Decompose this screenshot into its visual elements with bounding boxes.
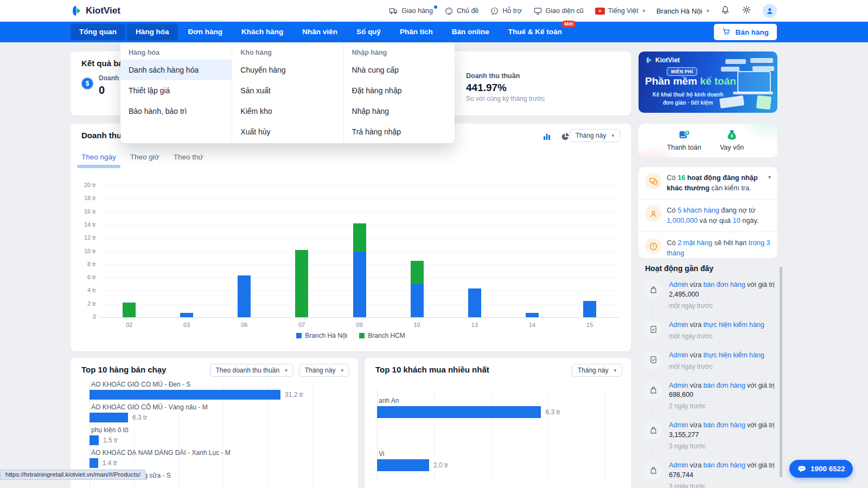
banner-brand: KiotViet	[645, 56, 680, 64]
legend-label: Branch Hà Nội	[305, 332, 347, 339]
quick-link-vay-von[interactable]: $ Vay vốn	[699, 129, 764, 151]
activity-body: Admin vừa thực hiện kiểm hàngmột ngày tr…	[669, 351, 775, 371]
promo-banner[interactable]: KiotViet MIỄN PHÍ Phần mềm kế toán Kê kh…	[639, 52, 777, 113]
activity-item-1[interactable]: Admin vừa thực hiện kiểm hàngmột ngày tr…	[639, 316, 777, 346]
header-link-giao-hang[interactable]: Giao hàng	[389, 7, 433, 16]
bar-segment	[526, 313, 539, 318]
top-customers-title: Top 10 khách mua nhiều nhất	[375, 365, 489, 374]
nav-item-tong-quan[interactable]: Tổng quan	[71, 24, 125, 40]
bar-segment	[411, 284, 424, 317]
menu-item[interactable]: Sản xuất	[232, 80, 343, 101]
devices-icon	[645, 173, 661, 189]
product-label: AO KHOÁC GIÓ CÓ MŨ - Đen - S	[91, 381, 352, 388]
dollar-coin-icon: $	[81, 78, 93, 89]
top-products-select-1[interactable]: Tháng này▾	[299, 364, 349, 377]
user-avatar[interactable]	[763, 4, 777, 18]
top-customers-select-0[interactable]: Tháng này▾	[572, 364, 622, 377]
bar-chart-toggle-icon[interactable]	[542, 132, 552, 142]
recent-activity-title: Hoạt động gần đây	[645, 264, 713, 273]
svg-text:$: $	[686, 131, 688, 135]
nav-item-label: Bán online	[452, 28, 489, 36]
sidebar-scrollbar[interactable]	[780, 267, 782, 477]
language-selector[interactable]: ★ Tiếng Việt ▾	[595, 7, 645, 15]
revenue-period-select[interactable]: Tháng này ▾	[570, 129, 620, 142]
loan-icon: $	[725, 129, 738, 142]
sell-button[interactable]: Bán hàng	[714, 24, 777, 40]
nav-item-hang-hoa[interactable]: Hàng hóa	[127, 24, 178, 40]
brand-logo[interactable]: KiotViet	[71, 5, 120, 17]
y-axis-tick: 6 tr	[71, 274, 96, 280]
warning-icon	[645, 238, 661, 254]
revenue-chart-tabs: Theo ngàyTheo giờTheo thứ	[81, 153, 203, 164]
activity-item-2[interactable]: Admin vừa thực hiện kiểm hàngmột ngày tr…	[639, 346, 777, 376]
nav-item-phan-tich[interactable]: Phân tích	[391, 24, 442, 40]
menu-item[interactable]: Bảo hành, bảo trì	[120, 101, 232, 121]
menu-item[interactable]: Chuyển hàng	[232, 60, 343, 80]
nav-item-thue-ke-toan[interactable]: Thuế & Kế toánMới	[500, 24, 571, 40]
nav-item-label: Nhân viên	[302, 28, 337, 36]
quick-link-label: Thanh toán	[667, 144, 701, 151]
activity-time: một ngày trước	[669, 332, 775, 341]
nav-item-don-hang[interactable]: Đơn hàng	[180, 24, 232, 40]
banner-brand-name: KiotViet	[655, 56, 680, 64]
support-icon	[490, 7, 499, 16]
bar-segment	[238, 275, 251, 317]
product-row: AO KHOÁC GIÓ CÓ MŨ - Đen - S31.2 tr	[90, 381, 352, 400]
bar-segment	[180, 313, 193, 317]
nav-item-so-quy[interactable]: Sổ quỹ	[348, 24, 390, 40]
tab-theo-thứ[interactable]: Theo thứ	[174, 153, 203, 164]
menu-item[interactable]: Nhà cung cấp	[344, 60, 455, 80]
banner-laptop-illustration	[737, 71, 771, 93]
menu-item[interactable]: Xuất hủy	[232, 121, 343, 142]
activity-item-4[interactable]: Admin vừa bán đơn hàng với giá trị3,155,…	[639, 416, 777, 456]
menu-item[interactable]: Thiết lập giá	[120, 80, 232, 101]
menu-item[interactable]: Danh sách hàng hóa	[120, 60, 232, 80]
kiotviet-dashboard: KiotViet Giao hàngChủ đềHỗ trợGiao diện …	[0, 0, 868, 488]
x-axis-tick: 13	[446, 322, 503, 328]
tab-theo-ngày[interactable]: Theo ngày	[81, 153, 116, 164]
menu-column-2: Nhập hàngNhà cung cấpĐặt hàng nhậpNhập h…	[343, 42, 455, 143]
product-label: ÁO KHOÁC DẠ NAM DÁNG DÀI - Xanh Lục - M	[91, 449, 352, 457]
top-products-card: Top 10 hàng bán chạy Theo doanh thu thuầ…	[71, 358, 358, 488]
x-axis-tick: 09	[330, 322, 388, 328]
x-axis-tick: 10	[388, 322, 446, 328]
top-products-select-0[interactable]: Theo doanh thu thuần▾	[210, 364, 293, 377]
status-bar-url: https://hrtrainingretail.kiotviet.vn/man…	[0, 470, 146, 480]
activity-body: Admin vừa thực hiện kiểm hàngmột ngày tr…	[669, 320, 775, 341]
activity-item-5[interactable]: Admin vừa bán đơn hàng với giá trị676,74…	[639, 456, 777, 488]
legend-item: Branch Hà Nội	[296, 332, 347, 339]
support-hotline-button[interactable]: 1900 6522	[789, 460, 853, 478]
bag-icon	[644, 421, 662, 439]
brand-name: KiotViet	[86, 5, 120, 16]
customer-label: anh An	[379, 397, 624, 404]
chevron-down-icon: ▾	[611, 133, 614, 138]
header-link-chu-de[interactable]: Chủ đề	[444, 7, 478, 16]
customer-row: anh An6.3 tr	[377, 397, 624, 418]
settings-gear-icon[interactable]	[742, 5, 751, 17]
chevron-down-icon: ▾	[706, 8, 709, 14]
header-link-giao-dien-cu[interactable]: Giao diện cũ	[533, 7, 584, 16]
palette-icon	[444, 7, 454, 16]
tab-theo-giờ[interactable]: Theo giờ	[130, 153, 159, 164]
bar-segment	[123, 303, 136, 317]
menu-item[interactable]: Đặt hàng nhập	[344, 80, 455, 101]
nav-item-ban-online[interactable]: Bán online	[443, 24, 498, 40]
header-link-ho-tro[interactable]: Hỗ trợ	[490, 7, 521, 16]
menu-item[interactable]: Nhập hàng	[344, 101, 455, 121]
alert-item-0[interactable]: Có 16 hoạt động đăng nhập khác thường cầ…	[639, 167, 777, 200]
menu-item[interactable]: Kiểm kho	[232, 101, 343, 121]
notification-bell-icon[interactable]	[720, 5, 730, 17]
alert-item-2[interactable]: Có 2 mặt hàng sẽ hết hạn trong 3 tháng	[639, 232, 777, 264]
alert-item-1[interactable]: Có 5 khách hàng đang nợ từ 1,000,000 và …	[639, 200, 777, 232]
compare-metric: Doanh thu thuần 441.97% So với cùng kỳ t…	[459, 72, 545, 102]
pie-chart-toggle-icon[interactable]	[560, 132, 570, 142]
menu-item[interactable]: Trả hàng nhập	[344, 121, 455, 142]
activity-item-0[interactable]: Admin vừa bán đơn hàng với giá trị2,495,…	[639, 275, 777, 316]
nav-item-nhan-vien[interactable]: Nhân viên	[293, 24, 346, 40]
activity-item-3[interactable]: Admin vừa bán đơn hàng với giá trị698,60…	[639, 376, 777, 416]
chevron-down-icon[interactable]: ▾	[768, 174, 771, 180]
branch-selector[interactable]: Branch Hà Nội ▾	[656, 7, 709, 15]
nav-item-khach-hang[interactable]: Khách hàng	[233, 24, 292, 40]
header-link-label: Hỗ trợ	[502, 7, 521, 15]
legend-swatch	[359, 333, 365, 338]
